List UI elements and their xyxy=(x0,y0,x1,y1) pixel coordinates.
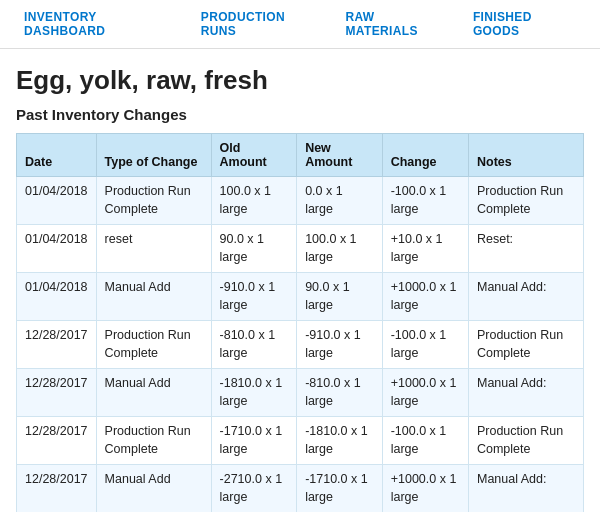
table-cell-old_amount: -1810.0 x 1 large xyxy=(211,369,297,417)
nav-link-finished-goods[interactable]: FINISHED GOODS xyxy=(459,0,590,48)
table-cell-new_amount: -910.0 x 1 large xyxy=(297,321,383,369)
table-cell-notes: Manual Add: xyxy=(468,465,583,513)
table-row: 01/04/2018reset90.0 x 1 large100.0 x 1 l… xyxy=(17,225,584,273)
table-row: 12/28/2017Production Run Complete-810.0 … xyxy=(17,321,584,369)
table-cell-date: 01/04/2018 xyxy=(17,225,97,273)
table-cell-old_amount: -1710.0 x 1 large xyxy=(211,417,297,465)
table-cell-notes: Manual Add: xyxy=(468,273,583,321)
table-cell-new_amount: 90.0 x 1 large xyxy=(297,273,383,321)
table-cell-type: Production Run Complete xyxy=(96,177,211,225)
table-cell-date: 01/04/2018 xyxy=(17,177,97,225)
table-header-cell: Date xyxy=(17,134,97,177)
main-nav: INVENTORY DASHBOARDPRODUCTION RUNSRAW MA… xyxy=(0,0,600,49)
table-cell-new_amount: -1710.0 x 1 large xyxy=(297,465,383,513)
table-cell-notes: Manual Add: xyxy=(468,369,583,417)
table-row: 12/28/2017Manual Add-2710.0 x 1 large-17… xyxy=(17,465,584,513)
table-cell-date: 12/28/2017 xyxy=(17,369,97,417)
table-cell-change: -100.0 x 1 large xyxy=(382,321,468,369)
table-cell-old_amount: 90.0 x 1 large xyxy=(211,225,297,273)
nav-link-production-runs[interactable]: PRODUCTION RUNS xyxy=(187,0,332,48)
inventory-table: DateType of ChangeOld AmountNew AmountCh… xyxy=(16,133,584,512)
table-cell-old_amount: -910.0 x 1 large xyxy=(211,273,297,321)
table-cell-type: Manual Add xyxy=(96,369,211,417)
nav-link-inventory-dashboard[interactable]: INVENTORY DASHBOARD xyxy=(10,0,187,48)
page-title: Egg, yolk, raw, fresh xyxy=(16,65,584,96)
table-cell-type: Manual Add xyxy=(96,273,211,321)
table-row: 01/04/2018Manual Add-910.0 x 1 large90.0… xyxy=(17,273,584,321)
table-header-cell: Old Amount xyxy=(211,134,297,177)
table-cell-date: 12/28/2017 xyxy=(17,417,97,465)
table-cell-date: 12/28/2017 xyxy=(17,321,97,369)
table-row: 01/04/2018Production Run Complete100.0 x… xyxy=(17,177,584,225)
table-cell-notes: Production Run Complete xyxy=(468,417,583,465)
table-cell-notes: Production Run Complete xyxy=(468,177,583,225)
page-content: Egg, yolk, raw, fresh Past Inventory Cha… xyxy=(0,49,600,512)
table-cell-old_amount: 100.0 x 1 large xyxy=(211,177,297,225)
table-cell-type: Manual Add xyxy=(96,465,211,513)
table-row: 12/28/2017Production Run Complete-1710.0… xyxy=(17,417,584,465)
table-header-cell: Notes xyxy=(468,134,583,177)
table-cell-new_amount: 0.0 x 1 large xyxy=(297,177,383,225)
table-cell-change: +10.0 x 1 large xyxy=(382,225,468,273)
table-body: 01/04/2018Production Run Complete100.0 x… xyxy=(17,177,584,513)
table-cell-new_amount: -1810.0 x 1 large xyxy=(297,417,383,465)
table-header: DateType of ChangeOld AmountNew AmountCh… xyxy=(17,134,584,177)
table-row: 12/28/2017Manual Add-1810.0 x 1 large-81… xyxy=(17,369,584,417)
table-cell-type: Production Run Complete xyxy=(96,321,211,369)
section-subtitle: Past Inventory Changes xyxy=(16,106,584,123)
table-cell-change: +1000.0 x 1 large xyxy=(382,465,468,513)
table-cell-change: +1000.0 x 1 large xyxy=(382,273,468,321)
table-cell-type: Production Run Complete xyxy=(96,417,211,465)
table-cell-notes: Reset: xyxy=(468,225,583,273)
nav-link-raw-materials[interactable]: RAW MATERIALS xyxy=(331,0,458,48)
table-header-cell: Type of Change xyxy=(96,134,211,177)
table-cell-old_amount: -2710.0 x 1 large xyxy=(211,465,297,513)
table-cell-change: -100.0 x 1 large xyxy=(382,417,468,465)
table-cell-new_amount: 100.0 x 1 large xyxy=(297,225,383,273)
table-cell-change: +1000.0 x 1 large xyxy=(382,369,468,417)
table-header-cell: New Amount xyxy=(297,134,383,177)
table-cell-date: 12/28/2017 xyxy=(17,465,97,513)
table-cell-notes: Production Run Complete xyxy=(468,321,583,369)
table-cell-type: reset xyxy=(96,225,211,273)
table-cell-date: 01/04/2018 xyxy=(17,273,97,321)
table-header-cell: Change xyxy=(382,134,468,177)
table-cell-old_amount: -810.0 x 1 large xyxy=(211,321,297,369)
table-cell-change: -100.0 x 1 large xyxy=(382,177,468,225)
table-cell-new_amount: -810.0 x 1 large xyxy=(297,369,383,417)
